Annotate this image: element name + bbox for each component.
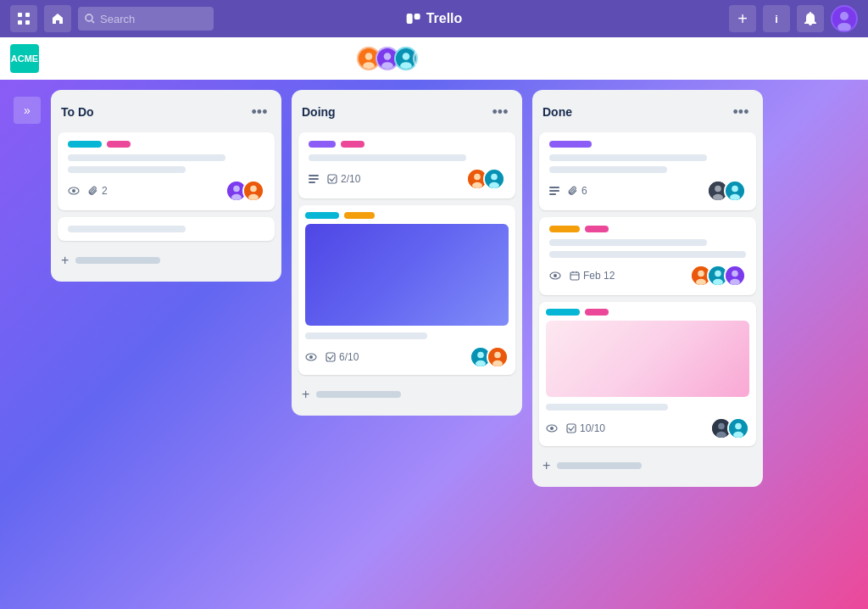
todo-card-1-text	[68, 154, 264, 173]
search-bar[interactable]: Search	[78, 7, 214, 31]
svg-point-37	[489, 182, 499, 189]
chevron-right-icon: »	[24, 103, 31, 117]
home-icon-button[interactable]	[44, 5, 71, 32]
svg-rect-3	[25, 20, 30, 25]
member-count-badge[interactable]: +12	[413, 47, 437, 70]
done-card-1-text	[549, 154, 746, 173]
grid-icon-button[interactable]	[10, 5, 37, 32]
tag-cyan	[305, 212, 339, 219]
done-card-3-footer: 10/10	[546, 417, 749, 439]
svg-point-15	[383, 53, 391, 60]
todo-card-1-footer: 2	[68, 180, 264, 202]
list-done-title: Done	[542, 105, 572, 119]
eye-meta	[549, 271, 561, 280]
done-card-2-footer: Feb 12	[549, 265, 746, 287]
done-card-3[interactable]: 10/10	[539, 302, 756, 446]
card-meta: 2/10	[309, 173, 360, 185]
list-icon-meta	[309, 175, 319, 183]
attachment-count: 6	[581, 185, 587, 197]
invite-button[interactable]: Invite	[445, 48, 492, 70]
star-button[interactable]: ★	[249, 51, 261, 67]
svg-point-18	[402, 53, 409, 60]
list-todo: To Do ••• 2	[51, 90, 281, 282]
svg-rect-48	[549, 190, 559, 192]
checklist-meta: 6/10	[326, 351, 359, 363]
card-avatar	[724, 265, 746, 287]
doing-card-2-tags	[305, 212, 509, 219]
text-line	[549, 251, 746, 258]
svg-point-66	[732, 271, 738, 277]
list-done-header: Done •••	[539, 98, 756, 126]
nav-right-section: + i	[729, 5, 858, 32]
ellipsis-icon: •••	[762, 50, 778, 67]
text-line	[549, 154, 707, 161]
svg-rect-30	[309, 182, 315, 183]
eye-meta	[305, 353, 317, 361]
done-card-2-tags	[549, 226, 746, 232]
notifications-button[interactable]	[797, 5, 824, 32]
card-avatar	[487, 346, 509, 368]
add-card-text-line	[316, 391, 401, 398]
sidebar-toggle-button[interactable]: »	[14, 97, 41, 124]
list-todo-header: To Do •••	[58, 98, 275, 126]
card-gradient-image	[546, 321, 749, 397]
svg-point-64	[713, 279, 723, 286]
svg-point-72	[718, 423, 725, 430]
divider	[270, 48, 270, 69]
done-card-1[interactable]: 6	[539, 132, 756, 210]
svg-point-16	[381, 62, 393, 70]
card-meta: 10/10	[546, 422, 605, 434]
done-add-card-button[interactable]: +	[539, 453, 756, 478]
done-card-2[interactable]: Feb 12	[539, 217, 756, 295]
list-todo-menu-button[interactable]: •••	[248, 100, 271, 124]
tag-yellow	[549, 226, 580, 232]
svg-point-27	[248, 194, 259, 201]
board-more-button[interactable]: •••	[759, 47, 782, 71]
svg-rect-1	[25, 13, 30, 17]
todo-card-2[interactable]	[58, 217, 275, 241]
svg-point-19	[400, 62, 412, 70]
done-card-3-avatars	[710, 417, 749, 439]
done-card-2-avatars	[690, 265, 746, 287]
svg-point-39	[309, 355, 313, 359]
svg-point-55	[730, 194, 740, 201]
svg-point-33	[474, 174, 481, 181]
todo-card-1-avatars	[225, 180, 264, 202]
board-main: » To Do •••	[0, 80, 868, 609]
chevron-down-icon: ▾	[82, 53, 87, 64]
eye-meta	[68, 187, 80, 195]
list-done-menu-button[interactable]: •••	[729, 100, 753, 124]
doing-add-card-button[interactable]: +	[298, 382, 515, 407]
add-button[interactable]: +	[729, 5, 756, 32]
svg-point-9	[840, 12, 849, 20]
user-avatar[interactable]	[831, 5, 858, 32]
list-doing-menu-button[interactable]: •••	[488, 100, 512, 124]
svg-point-52	[713, 194, 723, 201]
svg-point-63	[715, 271, 721, 277]
filter-button[interactable]	[790, 47, 858, 70]
date-meta: Feb 12	[570, 270, 615, 282]
text-line	[549, 239, 707, 246]
board-header: ACME ⊞ oo ▾ Project Team Spirit ★ Acme, …	[0, 37, 868, 80]
list-doing: Doing ••• 2/10	[292, 90, 522, 416]
tag-purple	[549, 141, 592, 148]
text-line	[546, 404, 668, 411]
todo-add-card-button[interactable]: +	[58, 248, 275, 273]
done-card-3-tags	[546, 309, 749, 316]
acme-inc-chip[interactable]: Acme, Inc.	[279, 49, 348, 69]
card-avatar	[483, 168, 505, 190]
checklist-count: 6/10	[339, 351, 359, 363]
todo-card-1[interactable]: 2	[58, 132, 275, 210]
board-title: Project Team Spirit	[103, 50, 241, 68]
svg-point-54	[732, 186, 738, 193]
svg-point-45	[494, 352, 501, 359]
workspace-button[interactable]: ⊞ oo ▾	[47, 48, 94, 69]
svg-point-57	[554, 274, 557, 277]
doing-card-2[interactable]: 6/10	[298, 205, 515, 375]
svg-point-67	[730, 279, 740, 286]
svg-rect-2	[18, 20, 22, 25]
doing-card-1[interactable]: 2/10	[298, 132, 515, 198]
svg-point-4	[86, 14, 92, 21]
svg-rect-7	[415, 14, 420, 20]
info-button[interactable]: i	[763, 5, 790, 32]
